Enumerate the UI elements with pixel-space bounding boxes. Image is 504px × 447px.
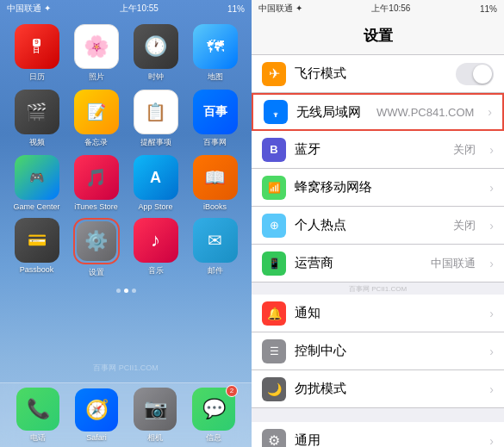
carrier-icon: 📱 bbox=[262, 251, 286, 276]
control-center-chevron: › bbox=[489, 345, 494, 358]
general-row[interactable]: ⚙ 通用 › bbox=[252, 422, 504, 447]
left-phone: 中国联通 ✦ 上午10:55 11% 9 日 日历 🌸 照片 🕐 时钟 bbox=[0, 0, 252, 447]
dock-phone-icon: 📞 bbox=[16, 388, 59, 431]
settings-nav: 设置 bbox=[252, 17, 504, 55]
dock-safari-label: Safari bbox=[86, 433, 107, 442]
left-status-bar: 中国联通 ✦ 上午10:55 11% bbox=[0, 0, 252, 17]
app-passbook[interactable]: 💳 Passbook bbox=[10, 218, 63, 278]
dock-messages[interactable]: 💬 2 信息 bbox=[192, 388, 235, 444]
dock-safari[interactable]: 🧭 Safari bbox=[75, 388, 118, 442]
app-clock[interactable]: 🕐 时钟 bbox=[129, 24, 182, 83]
passbook-icon: 💳 bbox=[15, 218, 59, 263]
app-maps[interactable]: 🗺 地图 bbox=[189, 24, 241, 83]
app-mail[interactable]: ✉ 邮件 bbox=[189, 218, 241, 278]
dock-messages-icon: 💬 2 bbox=[192, 388, 235, 431]
dock-camera-label: 相机 bbox=[147, 432, 163, 444]
bluetooth-chevron: › bbox=[489, 143, 494, 157]
maps-label: 地图 bbox=[208, 71, 223, 83]
carrier-row[interactable]: 📱 运营商 中国联通 › bbox=[252, 245, 504, 282]
maps-icon: 🗺 bbox=[193, 24, 238, 69]
videos-label: 视频 bbox=[29, 137, 45, 148]
hotspot-value: 关闭 bbox=[453, 218, 476, 233]
dock-safari-icon: 🧭 bbox=[75, 388, 118, 431]
dock-messages-label: 信息 bbox=[206, 432, 221, 444]
app-gamecenter[interactable]: 🎮 Game Center bbox=[10, 155, 63, 211]
airplane-row[interactable]: ✈ 飞行模式 bbox=[252, 55, 504, 93]
wifi-chevron: › bbox=[488, 105, 492, 119]
app-itunes[interactable]: 🎵 iTunes Store bbox=[70, 155, 122, 211]
dock-phone[interactable]: 📞 电话 bbox=[16, 388, 59, 444]
carrier-label: 运营商 bbox=[295, 255, 422, 271]
dnd-chevron: › bbox=[489, 382, 494, 396]
settings-label: 设置 bbox=[89, 267, 104, 278]
left-carrier: 中国联通 ✦ bbox=[7, 3, 51, 15]
carrier-value: 中国联通 bbox=[431, 256, 476, 271]
right-time: 上午10:56 bbox=[371, 3, 410, 15]
music-label: 音乐 bbox=[148, 265, 164, 276]
control-center-label: 控制中心 bbox=[295, 343, 481, 359]
reminders-label: 提醒事项 bbox=[140, 137, 171, 148]
airplane-icon: ✈ bbox=[262, 62, 286, 86]
settings-list: ✈ 飞行模式 无线局域网 WWW.PC841.COM › bbox=[252, 55, 504, 447]
bluetooth-label: 蓝牙 bbox=[295, 141, 445, 158]
app-baidu[interactable]: 百事 百事网 bbox=[189, 90, 241, 148]
app-grid: 9 日 日历 🌸 照片 🕐 时钟 🗺 地图 bbox=[0, 17, 252, 285]
control-center-row[interactable]: ☰ 控制中心 › bbox=[252, 332, 504, 370]
hotspot-chevron: › bbox=[489, 219, 494, 233]
bluetooth-value: 关闭 bbox=[453, 142, 476, 158]
dock-phone-label: 电话 bbox=[30, 432, 46, 444]
wifi-value: WWW.PC841.COM bbox=[376, 106, 474, 119]
dock: 📞 电话 🧭 Safari 📷 相机 💬 2 信息 bbox=[0, 382, 252, 447]
app-calendar[interactable]: 9 日 日历 bbox=[10, 24, 63, 83]
left-battery: 11% bbox=[227, 4, 245, 14]
videos-icon: 🎬 bbox=[15, 90, 59, 134]
cellular-row[interactable]: 📶 蜂窝移动网络 › bbox=[252, 169, 504, 207]
dot-1 bbox=[116, 289, 121, 293]
photos-icon: 🌸 bbox=[74, 24, 119, 69]
right-carrier: 中国联通 ✦ bbox=[258, 3, 302, 15]
cellular-icon: 📶 bbox=[262, 176, 286, 200]
notifications-icon: 🔔 bbox=[262, 301, 286, 326]
carrier-chevron: › bbox=[489, 257, 494, 270]
bluetooth-row[interactable]: B 蓝牙 关闭 › bbox=[252, 131, 504, 169]
right-phone: 中国联通 ✦ 上午10:56 11% 设置 ✈ 飞行模式 bbox=[252, 0, 504, 447]
dnd-row[interactable]: 🌙 勿扰模式 › bbox=[252, 370, 504, 408]
app-notes[interactable]: 📝 备忘录 bbox=[70, 90, 122, 148]
gamecenter-icon: 🎮 bbox=[15, 155, 59, 200]
page-dots bbox=[0, 285, 252, 296]
general-icon: ⚙ bbox=[262, 429, 286, 448]
appstore-label: App Store bbox=[138, 202, 172, 211]
app-reminders[interactable]: 📋 提醒事项 bbox=[129, 90, 182, 148]
settings-title: 设置 bbox=[364, 26, 393, 46]
bluetooth-icon: B bbox=[262, 138, 286, 162]
hotspot-row[interactable]: ⊕ 个人热点 关闭 › bbox=[252, 207, 504, 245]
notes-label: 备忘录 bbox=[84, 137, 108, 148]
settings-section-3: ⚙ 通用 › AA 显示与亮度 › bbox=[252, 422, 504, 447]
clock-icon: 🕐 bbox=[134, 24, 178, 69]
dot-3 bbox=[132, 289, 136, 293]
app-videos[interactable]: 🎬 视频 bbox=[10, 90, 63, 148]
app-music[interactable]: ♪ 音乐 bbox=[129, 218, 182, 278]
left-time: 上午10:55 bbox=[120, 3, 159, 15]
app-photos[interactable]: 🌸 照片 bbox=[70, 24, 122, 83]
notifications-chevron: › bbox=[489, 307, 494, 320]
wifi-icon bbox=[264, 100, 288, 124]
app-settings[interactable]: ⚙️ 设置 bbox=[70, 218, 122, 278]
airplane-toggle[interactable] bbox=[456, 63, 494, 85]
wifi-row[interactable]: 无线局域网 WWW.PC841.COM › bbox=[252, 93, 504, 131]
dock-camera-icon: 📷 bbox=[134, 388, 177, 431]
ibooks-label: iBooks bbox=[203, 202, 227, 211]
mail-label: 邮件 bbox=[208, 265, 223, 276]
ibooks-icon: 📖 bbox=[193, 155, 238, 200]
wifi-label: 无线局域网 bbox=[296, 104, 368, 121]
notifications-row[interactable]: 🔔 通知 › bbox=[252, 295, 504, 332]
app-appstore[interactable]: A App Store bbox=[129, 155, 182, 211]
dock-camera[interactable]: 📷 相机 bbox=[134, 388, 177, 444]
section-gap-2 bbox=[252, 408, 504, 422]
right-battery: 11% bbox=[480, 4, 497, 14]
reminders-icon: 📋 bbox=[134, 90, 178, 134]
notifications-label: 通知 bbox=[295, 305, 481, 321]
general-chevron: › bbox=[489, 434, 494, 448]
notes-icon: 📝 bbox=[74, 90, 119, 134]
app-ibooks[interactable]: 📖 iBooks bbox=[189, 155, 241, 211]
